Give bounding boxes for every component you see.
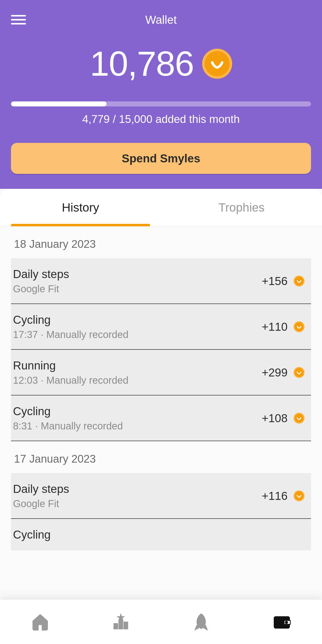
smyle-coin-icon	[294, 321, 305, 332]
wallet-icon	[273, 613, 291, 631]
history-row-sub: 17:37 · Manually recorded	[13, 329, 256, 340]
history-row[interactable]: Cycling8:31 · Manually recorded+108	[11, 396, 311, 441]
nav-home[interactable]	[0, 600, 81, 644]
spend-smyles-button[interactable]: Spend Smyles	[11, 143, 311, 174]
tab-trophies[interactable]: Trophies	[161, 189, 322, 226]
rocket-icon	[192, 613, 210, 631]
svg-point-4	[200, 618, 203, 621]
nav-boost[interactable]	[161, 600, 242, 644]
history-row-info: Cycling	[12, 528, 305, 541]
history-row-sub: Google Fit	[13, 283, 256, 294]
svg-rect-0	[114, 624, 118, 629]
progress-fill	[11, 102, 107, 106]
history-row-title: Daily steps	[13, 267, 256, 281]
history-row-title: Cycling	[13, 528, 305, 541]
smyle-coin-icon	[294, 490, 305, 501]
history-row[interactable]: Cycling17:37 · Manually recorded+110	[11, 304, 311, 350]
history-row[interactable]: Cycling	[11, 519, 311, 550]
spend-button-label: Spend Smyles	[122, 152, 200, 165]
progress-label: 4,779 / 15,000 added this month	[11, 113, 311, 126]
wallet-header: Wallet 10,786 4,779 / 15,000 added this …	[0, 0, 322, 189]
history-date-header: 18 January 2023	[11, 226, 311, 258]
history-list[interactable]: 18 January 2023Daily stepsGoogle Fit+156…	[0, 226, 322, 600]
history-row-sub: 8:31 · Manually recorded	[13, 420, 256, 432]
history-row-info: Cycling17:37 · Manually recorded	[12, 313, 256, 340]
tab-history[interactable]: History	[0, 189, 161, 226]
history-date-header: 17 January 2023	[11, 441, 311, 473]
nav-leaderboard[interactable]	[81, 600, 161, 644]
history-row-amount: +108	[262, 412, 288, 425]
smyle-coin-icon	[294, 276, 305, 286]
monthly-progress: 4,779 / 15,000 added this month	[11, 102, 311, 126]
history-row-amount: +110	[262, 320, 288, 334]
history-row-title: Running	[13, 359, 256, 372]
balance-display: 10,786	[11, 44, 311, 84]
history-row-title: Cycling	[13, 313, 256, 326]
history-row[interactable]: Daily stepsGoogle Fit+116	[11, 473, 311, 519]
tab-trophies-label: Trophies	[218, 200, 265, 214]
history-row-info: Daily stepsGoogle Fit	[12, 267, 256, 294]
history-row-sub: Google Fit	[13, 498, 256, 509]
tab-bar: History Trophies	[0, 189, 322, 226]
smyle-coin-icon	[202, 49, 232, 79]
tab-history-label: History	[62, 200, 99, 214]
history-row-info: Daily stepsGoogle Fit	[12, 482, 256, 509]
history-row-info: Running12:03 · Manually recorded	[12, 359, 256, 386]
history-row-amount: +156	[262, 274, 288, 288]
history-row-amount: +116	[262, 489, 288, 502]
history-row-sub: 12:03 · Manually recorded	[13, 375, 256, 386]
history-row[interactable]: Daily stepsGoogle Fit+156	[11, 258, 311, 304]
nav-wallet[interactable]	[242, 600, 322, 644]
leaderboard-icon	[112, 613, 130, 631]
history-row-title: Cycling	[13, 404, 256, 418]
history-row[interactable]: Running12:03 · Manually recorded+299	[11, 350, 311, 396]
history-row-amount: +299	[262, 366, 288, 379]
history-row-info: Cycling8:31 · Manually recorded	[12, 404, 256, 432]
content-sheet: History Trophies 18 January 2023Daily st…	[0, 189, 322, 600]
svg-rect-2	[124, 622, 128, 629]
smyle-coin-icon	[294, 413, 305, 424]
page-title: Wallet	[11, 13, 311, 26]
svg-rect-1	[119, 620, 123, 629]
svg-point-7	[285, 621, 288, 623]
history-row-title: Daily steps	[13, 482, 256, 496]
smyle-coin-icon	[294, 367, 305, 378]
home-icon	[31, 613, 49, 631]
bottom-nav	[0, 600, 322, 644]
balance-value: 10,786	[90, 44, 194, 84]
progress-bar	[11, 102, 311, 106]
